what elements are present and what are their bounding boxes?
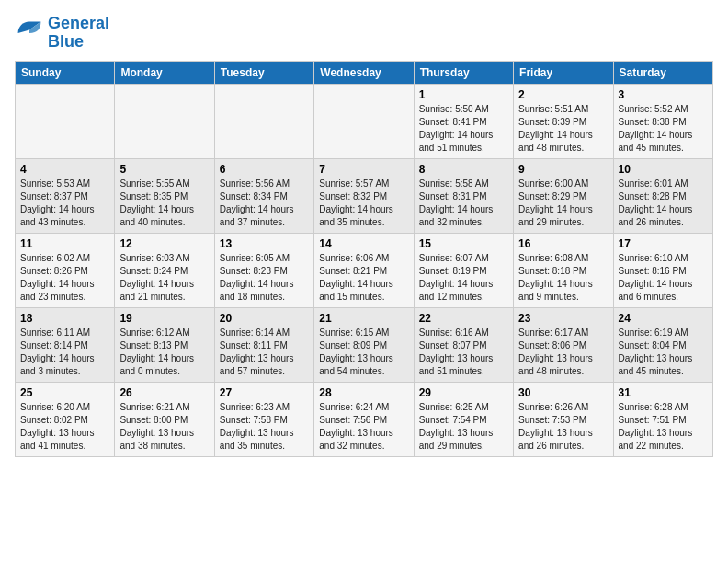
calendar-day-cell: 4Sunrise: 5:53 AMSunset: 8:37 PMDaylight…: [16, 158, 115, 233]
calendar-day-header: Wednesday: [314, 61, 414, 84]
calendar-day-cell: [314, 84, 414, 158]
day-number: 24: [619, 312, 708, 325]
day-info: Sunrise: 6:17 AMSunset: 8:06 PMDaylight:…: [518, 327, 608, 378]
day-number: 12: [119, 237, 209, 250]
calendar-day-header: Friday: [514, 61, 613, 84]
day-number: 1: [419, 88, 508, 101]
day-number: 23: [518, 312, 608, 325]
calendar-day-cell: 24Sunrise: 6:19 AMSunset: 8:04 PMDayligh…: [613, 307, 712, 382]
day-number: 15: [419, 237, 508, 250]
calendar-table: SundayMondayTuesdayWednesdayThursdayFrid…: [15, 61, 713, 457]
calendar-week-row: 4Sunrise: 5:53 AMSunset: 8:37 PMDaylight…: [16, 158, 713, 233]
day-info: Sunrise: 6:21 AMSunset: 8:00 PMDaylight:…: [119, 401, 209, 453]
calendar-day-header: Monday: [115, 61, 214, 84]
calendar-day-cell: [214, 84, 313, 158]
calendar-day-cell: 17Sunrise: 6:10 AMSunset: 8:16 PMDayligh…: [613, 233, 712, 307]
day-info: Sunrise: 6:00 AMSunset: 8:29 PMDaylight:…: [518, 178, 608, 229]
calendar-week-row: 18Sunrise: 6:11 AMSunset: 8:14 PMDayligh…: [16, 307, 713, 382]
day-number: 6: [220, 163, 309, 176]
logo-text: General Blue: [48, 15, 109, 52]
calendar-day-cell: 25Sunrise: 6:20 AMSunset: 8:02 PMDayligh…: [16, 382, 115, 456]
day-info: Sunrise: 6:02 AMSunset: 8:26 PMDaylight:…: [20, 252, 109, 304]
day-info: Sunrise: 6:19 AMSunset: 8:04 PMDaylight:…: [619, 327, 708, 378]
calendar-day-cell: 20Sunrise: 6:14 AMSunset: 8:11 PMDayligh…: [214, 307, 313, 382]
day-number: 19: [119, 312, 209, 325]
day-number: 2: [518, 88, 608, 101]
day-info: Sunrise: 5:53 AMSunset: 8:37 PMDaylight:…: [20, 178, 109, 229]
calendar-day-cell: 10Sunrise: 6:01 AMSunset: 8:28 PMDayligh…: [613, 158, 712, 233]
day-number: 27: [220, 386, 309, 399]
calendar-day-cell: 16Sunrise: 6:08 AMSunset: 8:18 PMDayligh…: [514, 233, 613, 307]
day-number: 8: [419, 163, 508, 176]
day-number: 29: [419, 386, 508, 399]
day-info: Sunrise: 6:11 AMSunset: 8:14 PMDaylight:…: [20, 327, 109, 378]
day-info: Sunrise: 6:06 AMSunset: 8:21 PMDaylight:…: [319, 252, 408, 304]
calendar-day-cell: 11Sunrise: 6:02 AMSunset: 8:26 PMDayligh…: [16, 233, 115, 307]
calendar-day-cell: [115, 84, 214, 158]
day-number: 9: [518, 163, 608, 176]
day-info: Sunrise: 6:15 AMSunset: 8:09 PMDaylight:…: [319, 327, 408, 378]
calendar-day-cell: 1Sunrise: 5:50 AMSunset: 8:41 PMDaylight…: [414, 84, 513, 158]
day-number: 31: [619, 386, 708, 399]
day-info: Sunrise: 5:56 AMSunset: 8:34 PMDaylight:…: [220, 178, 309, 229]
day-info: Sunrise: 6:07 AMSunset: 8:19 PMDaylight:…: [419, 252, 508, 304]
calendar-day-cell: 30Sunrise: 6:26 AMSunset: 7:53 PMDayligh…: [514, 382, 613, 456]
calendar-day-cell: 23Sunrise: 6:17 AMSunset: 8:06 PMDayligh…: [514, 307, 613, 382]
day-info: Sunrise: 6:20 AMSunset: 8:02 PMDaylight:…: [20, 401, 109, 453]
day-number: 3: [619, 88, 708, 101]
day-info: Sunrise: 6:14 AMSunset: 8:11 PMDaylight:…: [220, 327, 309, 378]
day-info: Sunrise: 6:10 AMSunset: 8:16 PMDaylight:…: [619, 252, 708, 304]
day-info: Sunrise: 6:12 AMSunset: 8:13 PMDaylight:…: [119, 327, 209, 378]
day-number: 7: [319, 163, 408, 176]
calendar-day-cell: 21Sunrise: 6:15 AMSunset: 8:09 PMDayligh…: [314, 307, 414, 382]
calendar-day-cell: 14Sunrise: 6:06 AMSunset: 8:21 PMDayligh…: [314, 233, 414, 307]
day-number: 11: [20, 237, 109, 250]
logo: General Blue: [15, 15, 109, 52]
day-info: Sunrise: 6:26 AMSunset: 7:53 PMDaylight:…: [518, 401, 608, 453]
day-info: Sunrise: 5:55 AMSunset: 8:35 PMDaylight:…: [119, 178, 209, 229]
day-number: 18: [20, 312, 109, 325]
day-number: 10: [619, 163, 708, 176]
day-number: 5: [119, 163, 209, 176]
calendar-day-header: Saturday: [613, 61, 712, 84]
calendar-day-cell: 7Sunrise: 5:57 AMSunset: 8:32 PMDaylight…: [314, 158, 414, 233]
calendar-day-cell: 31Sunrise: 6:28 AMSunset: 7:51 PMDayligh…: [613, 382, 712, 456]
calendar-header-row: SundayMondayTuesdayWednesdayThursdayFrid…: [16, 61, 713, 84]
calendar-day-cell: 22Sunrise: 6:16 AMSunset: 8:07 PMDayligh…: [414, 307, 513, 382]
page-header: General Blue: [15, 15, 713, 52]
calendar-day-cell: 26Sunrise: 6:21 AMSunset: 8:00 PMDayligh…: [115, 382, 214, 456]
calendar-day-cell: 6Sunrise: 5:56 AMSunset: 8:34 PMDaylight…: [214, 158, 313, 233]
day-info: Sunrise: 5:57 AMSunset: 8:32 PMDaylight:…: [319, 178, 408, 229]
day-info: Sunrise: 5:52 AMSunset: 8:38 PMDaylight:…: [619, 103, 708, 155]
day-number: 17: [619, 237, 708, 250]
day-number: 21: [319, 312, 408, 325]
calendar-day-header: Tuesday: [214, 61, 313, 84]
calendar-day-cell: 29Sunrise: 6:25 AMSunset: 7:54 PMDayligh…: [414, 382, 513, 456]
calendar-day-cell: [16, 84, 115, 158]
day-info: Sunrise: 6:01 AMSunset: 8:28 PMDaylight:…: [619, 178, 708, 229]
day-info: Sunrise: 5:51 AMSunset: 8:39 PMDaylight:…: [518, 103, 608, 155]
calendar-day-cell: 18Sunrise: 6:11 AMSunset: 8:14 PMDayligh…: [16, 307, 115, 382]
day-info: Sunrise: 6:03 AMSunset: 8:24 PMDaylight:…: [119, 252, 209, 304]
calendar-day-cell: 19Sunrise: 6:12 AMSunset: 8:13 PMDayligh…: [115, 307, 214, 382]
day-info: Sunrise: 6:28 AMSunset: 7:51 PMDaylight:…: [619, 401, 708, 453]
day-info: Sunrise: 6:05 AMSunset: 8:23 PMDaylight:…: [220, 252, 309, 304]
calendar-week-row: 1Sunrise: 5:50 AMSunset: 8:41 PMDaylight…: [16, 84, 713, 158]
calendar-day-cell: 3Sunrise: 5:52 AMSunset: 8:38 PMDaylight…: [613, 84, 712, 158]
day-info: Sunrise: 6:25 AMSunset: 7:54 PMDaylight:…: [419, 401, 508, 453]
calendar-day-cell: 5Sunrise: 5:55 AMSunset: 8:35 PMDaylight…: [115, 158, 214, 233]
day-number: 13: [220, 237, 309, 250]
day-info: Sunrise: 6:16 AMSunset: 8:07 PMDaylight:…: [419, 327, 508, 378]
calendar-day-cell: 2Sunrise: 5:51 AMSunset: 8:39 PMDaylight…: [514, 84, 613, 158]
calendar-day-cell: 15Sunrise: 6:07 AMSunset: 8:19 PMDayligh…: [414, 233, 513, 307]
logo-icon: [15, 18, 44, 48]
calendar-day-cell: 12Sunrise: 6:03 AMSunset: 8:24 PMDayligh…: [115, 233, 214, 307]
day-number: 4: [20, 163, 109, 176]
day-info: Sunrise: 6:24 AMSunset: 7:56 PMDaylight:…: [319, 401, 408, 453]
day-info: Sunrise: 5:58 AMSunset: 8:31 PMDaylight:…: [419, 178, 508, 229]
day-number: 22: [419, 312, 508, 325]
calendar-day-cell: 27Sunrise: 6:23 AMSunset: 7:58 PMDayligh…: [214, 382, 313, 456]
calendar-day-cell: 9Sunrise: 6:00 AMSunset: 8:29 PMDaylight…: [514, 158, 613, 233]
calendar-day-cell: 28Sunrise: 6:24 AMSunset: 7:56 PMDayligh…: [314, 382, 414, 456]
day-number: 26: [119, 386, 209, 399]
